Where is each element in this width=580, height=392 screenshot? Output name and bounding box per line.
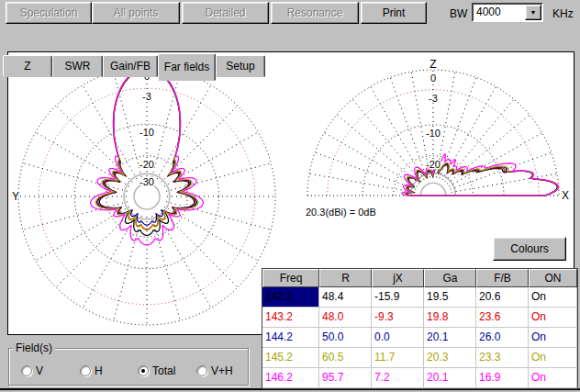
cell-jx[interactable]: -9.3 — [372, 308, 424, 328]
column-header-on: ON — [529, 269, 577, 287]
cell-ga[interactable]: 19.8 — [424, 308, 476, 328]
bw-combobox[interactable]: 4000 ▼ — [472, 3, 543, 22]
radio-h[interactable] — [80, 365, 91, 376]
azimuth-plot: XY0-3-10-20-30 — [12, 53, 275, 325]
cell-r[interactable]: 60.5 — [319, 348, 372, 368]
table-row[interactable]: 146.295.77.220.116.9On — [262, 368, 577, 388]
detailed-button: Detailed — [182, 2, 269, 24]
tab-swr[interactable]: SWR — [52, 55, 103, 77]
radio-vplush[interactable] — [196, 365, 207, 376]
bw-combobox-value: 4000 — [476, 6, 501, 19]
frequency-table[interactable]: FreqRjXGaF/BON142.248.4-15.919.520.6On14… — [262, 268, 578, 389]
cell-freq[interactable]: 145.2 — [262, 348, 319, 368]
cell-freq[interactable]: 142.2 — [262, 287, 319, 308]
cell-r[interactable]: 48.4 — [319, 287, 372, 308]
cell-freq[interactable]: 143.2 — [262, 308, 319, 328]
gain-reference-caption: 20.3(dBi) = 0dB — [306, 207, 376, 218]
svg-text:-20: -20 — [426, 159, 441, 170]
bw-label: BW — [450, 7, 467, 20]
cell-jx[interactable]: 11.7 — [372, 348, 424, 368]
table-row[interactable]: 142.248.4-15.919.520.6On — [262, 287, 577, 308]
cell-freq[interactable]: 146.2 — [262, 368, 319, 388]
svg-text:Z: Z — [429, 58, 436, 71]
radio-label-vplush: V+H — [211, 364, 233, 377]
cell-on[interactable]: On — [529, 328, 577, 348]
svg-text:-20: -20 — [139, 159, 154, 170]
svg-text:-3: -3 — [142, 91, 151, 102]
far-fields-window: { "toolbar":{ "buttons":[ {"label":"Spec… — [0, 0, 580, 392]
cell-jx[interactable]: -15.9 — [372, 287, 424, 308]
cell-ga[interactable]: 20.3 — [424, 348, 476, 368]
cell-on[interactable]: On — [529, 348, 577, 368]
radio-label-total: Total — [152, 364, 175, 377]
tab-gain-fb[interactable]: Gain/FB — [103, 55, 158, 77]
cell-fb[interactable]: 16.9 — [476, 368, 529, 388]
column-header-jx: jX — [372, 269, 424, 287]
column-header-freq: Freq — [262, 269, 319, 287]
radio-total[interactable] — [138, 365, 149, 376]
cell-r[interactable]: 95.7 — [319, 368, 372, 388]
chevron-down-icon[interactable]: ▼ — [525, 5, 541, 20]
bw-unit-label: KHz — [552, 7, 574, 20]
cell-freq[interactable]: 144.2 — [262, 328, 319, 348]
cell-fb[interactable]: 23.6 — [476, 308, 529, 328]
all-points-button: All points — [92, 2, 180, 24]
table-row[interactable]: 144.250.00.020.126.0On — [262, 328, 577, 348]
table-row[interactable]: 145.260.511.720.323.3On — [262, 348, 577, 368]
tab-strip: ZSWRGain/FBFar fieldsSetup — [0, 27, 580, 52]
cell-r[interactable]: 48.0 — [319, 308, 372, 328]
table-row[interactable]: 143.248.0-9.319.823.6On — [262, 308, 577, 328]
cell-jx[interactable]: 0.0 — [372, 328, 424, 348]
radio-dot — [141, 369, 145, 373]
cell-on[interactable]: On — [529, 368, 577, 388]
speculation-button: Speculation — [6, 2, 92, 24]
column-header-ga: Ga — [424, 269, 476, 287]
colours-button[interactable]: Colours — [493, 237, 566, 261]
cell-ga[interactable]: 20.1 — [424, 368, 476, 388]
elevation-plot: ZX0-3-10-2020.3(dBi) = 0dB — [306, 58, 569, 218]
radio-label-v: V — [36, 364, 43, 377]
tab-setup[interactable]: Setup — [216, 55, 265, 77]
radio-label-h: H — [95, 364, 103, 377]
print-button[interactable]: Print — [361, 2, 427, 24]
radio-v[interactable] — [21, 365, 32, 376]
cell-on[interactable]: On — [529, 287, 577, 308]
cell-ga[interactable]: 19.5 — [424, 287, 476, 308]
fields-groupbox: Field(s) VHTotalV+H — [8, 348, 249, 386]
svg-text:X: X — [562, 189, 569, 202]
cell-fb[interactable]: 20.6 — [476, 287, 529, 308]
resonance-button: Resonance — [271, 2, 359, 24]
svg-text:-30: -30 — [139, 176, 154, 187]
svg-text:-10: -10 — [426, 128, 441, 139]
column-header-fb: F/B — [476, 269, 529, 287]
cell-jx[interactable]: 7.2 — [372, 368, 424, 388]
tab-z[interactable]: Z — [3, 55, 52, 77]
svg-text:-10: -10 — [139, 127, 154, 138]
fields-group-label: Field(s) — [13, 342, 55, 354]
column-header-r: R — [319, 269, 372, 287]
svg-text:0: 0 — [430, 73, 436, 84]
tab-far-fields[interactable]: Far fields — [158, 53, 216, 81]
svg-text:-3: -3 — [429, 93, 438, 104]
cell-r[interactable]: 50.0 — [319, 328, 372, 348]
cell-ga[interactable]: 20.1 — [424, 328, 476, 348]
cell-fb[interactable]: 23.3 — [476, 348, 529, 368]
cell-fb[interactable]: 26.0 — [476, 328, 529, 348]
svg-text:Y: Y — [12, 190, 19, 203]
cell-on[interactable]: On — [529, 308, 577, 328]
